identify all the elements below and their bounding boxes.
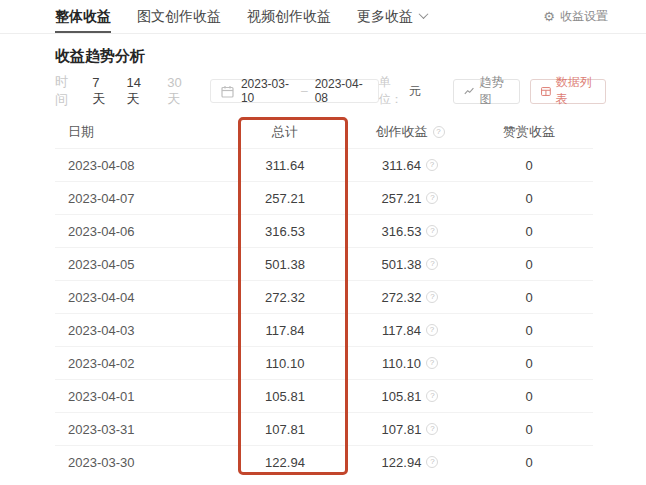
info-icon[interactable] xyxy=(426,291,438,303)
total-cell: 501.38 xyxy=(215,257,355,272)
creation-value: 311.64 xyxy=(382,158,421,173)
reward-cell: 0 xyxy=(465,422,593,437)
creation-value: 105.81 xyxy=(382,389,422,404)
earnings-settings-button[interactable]: 收益设置 xyxy=(543,0,608,33)
tab-more-earnings[interactable]: 更多收益 xyxy=(357,0,427,33)
data-list-button[interactable]: 数据列表 xyxy=(530,79,606,104)
tab-article-earnings[interactable]: 图文创作收益 xyxy=(137,0,221,33)
date-cell: 2023-04-01 xyxy=(55,389,215,404)
total-cell: 105.81 xyxy=(215,389,355,404)
range-option-7d[interactable]: 7天 xyxy=(92,75,110,108)
trend-chart-button[interactable]: 趋势图 xyxy=(453,79,520,104)
info-icon[interactable] xyxy=(426,225,438,237)
table-row: 2023-04-06 316.53 316.53 0 xyxy=(55,214,593,247)
total-cell: 122.94 xyxy=(215,455,355,470)
creation-cell: 316.53 xyxy=(355,224,465,239)
reward-cell: 0 xyxy=(465,323,593,338)
creation-value: 110.10 xyxy=(382,356,421,371)
filter-right-group: 单位： 元 趋势图 数据列表 xyxy=(379,74,606,108)
creation-value: 122.94 xyxy=(382,455,422,470)
table-row: 2023-04-02 110.10 110.10 0 xyxy=(55,346,593,379)
total-cell: 117.84 xyxy=(215,323,355,338)
table-row: 2023-04-01 105.81 105.81 0 xyxy=(55,379,593,412)
reward-cell: 0 xyxy=(465,224,593,239)
range-option-30d[interactable]: 30天 xyxy=(167,75,192,108)
table-row: 2023-03-30 122.94 122.94 0 xyxy=(55,445,593,478)
tab-video-earnings[interactable]: 视频创作收益 xyxy=(247,0,331,33)
table-row: 2023-03-31 107.81 107.81 0 xyxy=(55,412,593,445)
earnings-settings-label: 收益设置 xyxy=(560,8,608,25)
info-icon[interactable] xyxy=(426,456,438,468)
tab-overall-earnings[interactable]: 整体收益 xyxy=(55,0,111,33)
date-cell: 2023-04-03 xyxy=(55,323,215,338)
info-icon[interactable] xyxy=(426,357,438,369)
creation-cell: 272.32 xyxy=(355,290,465,305)
gear-icon xyxy=(543,9,560,24)
date-cell: 2023-03-31 xyxy=(55,422,215,437)
main-content: 收益趋势分析 时间 7天 14天 30天 2023-03-10 – 2023-0… xyxy=(0,47,646,478)
info-icon[interactable] xyxy=(426,192,438,204)
data-list-icon xyxy=(541,86,551,97)
date-cell: 2023-04-05 xyxy=(55,257,215,272)
total-cell: 316.53 xyxy=(215,224,355,239)
table-row: 2023-04-08 311.64 311.64 0 xyxy=(55,148,593,181)
top-tabbar: 整体收益 图文创作收益 视频创作收益 更多收益 收益设置 xyxy=(0,0,646,34)
reward-cell: 0 xyxy=(465,356,593,371)
date-cell: 2023-03-30 xyxy=(55,455,215,470)
time-filter-label: 时间 xyxy=(55,73,78,109)
total-cell: 311.64 xyxy=(215,158,355,173)
creation-cell: 122.94 xyxy=(355,455,465,470)
table-body: 2023-04-08 311.64 311.64 0 2023-04-07 25… xyxy=(55,148,593,478)
creation-cell: 117.84 xyxy=(355,323,465,338)
info-icon[interactable] xyxy=(426,159,438,171)
creation-cell: 501.38 xyxy=(355,257,465,272)
trend-line-icon xyxy=(464,86,475,97)
total-cell: 107.81 xyxy=(215,422,355,437)
total-cell: 110.10 xyxy=(215,356,355,371)
unit-value: 元 xyxy=(409,83,421,100)
header-creation: 创作收益 xyxy=(355,123,465,141)
trend-chart-label: 趋势图 xyxy=(479,74,508,108)
date-cell: 2023-04-04 xyxy=(55,290,215,305)
creation-cell: 311.64 xyxy=(355,158,465,173)
creation-value: 272.32 xyxy=(382,290,422,305)
table-header-row: 日期 总计 创作收益 赞赏收益 xyxy=(55,116,593,148)
info-icon[interactable] xyxy=(426,258,438,270)
filter-row: 时间 7天 14天 30天 2023-03-10 – 2023-04-08 单位… xyxy=(55,78,606,104)
reward-cell: 0 xyxy=(465,191,593,206)
header-date: 日期 xyxy=(55,123,215,141)
total-cell: 272.32 xyxy=(215,290,355,305)
info-icon[interactable] xyxy=(426,390,438,402)
info-icon[interactable] xyxy=(426,324,438,336)
tab-more-label: 更多收益 xyxy=(357,8,413,26)
table-row: 2023-04-05 501.38 501.38 0 xyxy=(55,247,593,280)
creation-value: 107.81 xyxy=(382,422,422,437)
date-range-separator: – xyxy=(301,84,308,98)
creation-cell: 107.81 xyxy=(355,422,465,437)
info-icon[interactable] xyxy=(426,423,438,435)
info-icon[interactable] xyxy=(433,126,445,138)
unit-label: 单位： xyxy=(379,74,409,108)
date-range-picker[interactable]: 2023-03-10 – 2023-04-08 xyxy=(210,79,379,103)
creation-cell: 105.81 xyxy=(355,389,465,404)
calendar-icon xyxy=(221,85,234,98)
header-reward: 赞赏收益 xyxy=(465,123,593,141)
table-row: 2023-04-03 117.84 117.84 0 xyxy=(55,313,593,346)
reward-cell: 0 xyxy=(465,290,593,305)
creation-cell: 110.10 xyxy=(355,356,465,371)
creation-value: 257.21 xyxy=(382,191,422,206)
earnings-table: 日期 总计 创作收益 赞赏收益 2023-04-08 311.64 311.64… xyxy=(55,116,593,478)
date-cell: 2023-04-08 xyxy=(55,158,215,173)
range-option-14d[interactable]: 14天 xyxy=(127,75,152,108)
creation-cell: 257.21 xyxy=(355,191,465,206)
reward-cell: 0 xyxy=(465,257,593,272)
reward-cell: 0 xyxy=(465,455,593,470)
total-cell: 257.21 xyxy=(215,191,355,206)
header-total: 总计 xyxy=(215,123,355,141)
table-row: 2023-04-04 272.32 272.32 0 xyxy=(55,280,593,313)
table-row: 2023-04-07 257.21 257.21 0 xyxy=(55,181,593,214)
creation-value: 316.53 xyxy=(382,224,422,239)
creation-value: 501.38 xyxy=(382,257,422,272)
date-cell: 2023-04-02 xyxy=(55,356,215,371)
data-list-label: 数据列表 xyxy=(556,74,595,108)
